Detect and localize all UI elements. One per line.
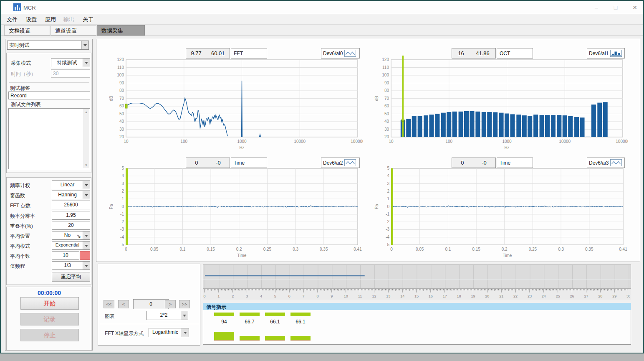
chevron-down-icon[interactable] — [81, 41, 88, 49]
signal-level-bar — [240, 313, 260, 316]
svg-text:0: 0 — [203, 294, 205, 298]
svg-text:0: 0 — [121, 204, 124, 209]
chevron-down-icon[interactable] — [83, 262, 90, 269]
menu-output: 输出 — [63, 16, 74, 23]
octave-select[interactable]: 1/3 — [52, 261, 90, 270]
nav-prev-button[interactable]: < — [118, 300, 129, 308]
nav-last-button[interactable]: >> — [179, 300, 190, 308]
svg-text:22: 22 — [513, 294, 518, 298]
overlap-input[interactable]: 20 — [52, 221, 90, 230]
svg-text:15: 15 — [414, 294, 419, 298]
svg-text:0: 0 — [125, 247, 127, 252]
svg-text:-1: -1 — [120, 212, 124, 216]
acq-mode-select[interactable]: 持续测试 — [51, 58, 90, 67]
chevron-down-icon[interactable] — [83, 231, 90, 239]
svg-text:Hz: Hz — [504, 145, 509, 150]
close-button[interactable]: ✕ — [629, 3, 641, 12]
menu-application[interactable]: 应用 — [45, 16, 56, 23]
chevron-down-icon[interactable] — [83, 191, 90, 199]
nav-next-button[interactable]: > — [165, 300, 176, 308]
svg-text:5: 5 — [121, 166, 124, 170]
svg-text:40: 40 — [119, 119, 124, 124]
fft-xaxis-select[interactable]: Logarithmic — [149, 328, 189, 337]
overlap-label: 重叠率(%) — [10, 223, 33, 230]
avg-setting-select[interactable]: No — [52, 231, 90, 240]
menu-about[interactable]: 关于 — [83, 16, 93, 23]
time1-chart: -5-4-3-2-101234500.050.10.150.20.250.30.… — [106, 163, 363, 263]
chevron-down-icon[interactable] — [181, 311, 188, 320]
fft-xaxis-label: FFT X轴显示方式 — [105, 330, 144, 337]
analysis-settings-group: 频率计权 Linear 窗函数 Hanning FFT 点数 25600 频率分… — [6, 177, 91, 285]
chevron-down-icon[interactable] — [83, 181, 90, 189]
svg-text:10: 10 — [389, 139, 394, 144]
chart-layout-select[interactable]: 2*2 — [146, 311, 188, 320]
avg-mode-select[interactable]: Exponential — [52, 241, 90, 250]
freq-weighting-label: 频率计权 — [10, 182, 30, 189]
svg-text:4: 4 — [387, 173, 389, 178]
app-logo-icon — [13, 3, 21, 11]
timeline-strip[interactable] — [203, 264, 631, 289]
chevron-down-icon[interactable] — [83, 58, 90, 67]
signal-meter-bar — [290, 336, 311, 341]
freq-resolution-input[interactable]: 1.95 — [52, 211, 90, 220]
signal-level-bar — [214, 313, 234, 316]
chevron-down-icon[interactable] — [182, 328, 189, 337]
svg-text:3: 3 — [246, 294, 248, 298]
signal-level-value: 66.7 — [240, 319, 260, 325]
svg-text:6: 6 — [288, 294, 290, 298]
window-func-select[interactable]: Hanning — [52, 191, 90, 199]
svg-text:26: 26 — [570, 294, 574, 298]
svg-text:21: 21 — [499, 294, 503, 298]
start-button[interactable]: 开始 — [20, 297, 79, 310]
avg-count-label: 平均个数 — [10, 253, 30, 260]
nav-first-button[interactable]: << — [104, 300, 114, 308]
restart-average-button[interactable]: 重启平均 — [52, 272, 90, 282]
fft-points-input[interactable]: 25600 — [52, 201, 90, 209]
svg-text:8: 8 — [316, 294, 318, 298]
svg-text:Pa: Pa — [374, 204, 379, 209]
signal-level-bar — [265, 313, 285, 316]
svg-text:100: 100 — [117, 73, 124, 77]
menu-bar: 文件 设置 应用 输出 关于 — [1, 14, 643, 25]
svg-text:13: 13 — [386, 294, 390, 298]
tab-document-settings[interactable]: 文档设置 — [4, 25, 50, 36]
svg-text:1: 1 — [387, 196, 389, 201]
svg-text:dB: dB — [109, 96, 114, 101]
test-mode-select[interactable]: 实时测试 — [7, 41, 89, 50]
chevron-down-icon[interactable] — [83, 242, 90, 249]
svg-text:0.25: 0.25 — [263, 247, 272, 252]
svg-text:50: 50 — [119, 112, 124, 116]
tab-data-acquisition[interactable]: 数据采集 — [97, 25, 145, 36]
svg-text:16: 16 — [429, 294, 433, 298]
svg-text:7: 7 — [303, 294, 305, 298]
maximize-button[interactable]: □ — [609, 3, 622, 12]
minimize-button[interactable]: – — [590, 3, 603, 12]
freq-weighting-select[interactable]: Linear — [52, 180, 90, 189]
fft-chart: 2030405060708090100110120101001000100001… — [106, 55, 363, 154]
fft-points-label: FFT 点数 — [10, 202, 30, 209]
svg-text:0.3: 0.3 — [558, 247, 564, 252]
duration-label: 时间（秒） — [11, 71, 36, 78]
svg-text:120: 120 — [117, 57, 124, 62]
svg-text:0.3: 0.3 — [293, 247, 298, 252]
svg-text:1000: 1000 — [237, 139, 247, 144]
tab-channel-settings[interactable]: 通道设置 — [51, 25, 96, 36]
scrollbar[interactable]: ▲ ▼ — [83, 109, 89, 168]
nav-index-field[interactable]: 0 — [133, 299, 169, 309]
scroll-down-icon[interactable]: ▼ — [83, 162, 89, 168]
menu-settings[interactable]: 设置 — [26, 16, 37, 23]
svg-text:70: 70 — [119, 96, 124, 101]
signal-indicator-panel: 9466.766.166.1 — [203, 310, 631, 345]
svg-text:-4: -4 — [386, 235, 389, 239]
timeline-ruler[interactable]: 0123456789101112131415161718192021222324… — [203, 289, 631, 300]
svg-text:90: 90 — [384, 81, 389, 85]
menu-file[interactable]: 文件 — [7, 16, 18, 23]
scroll-up-icon[interactable]: ▲ — [83, 109, 89, 115]
signal-level-value: 66.1 — [290, 319, 311, 325]
avg-count-input[interactable]: 10 — [52, 251, 79, 260]
svg-text:-2: -2 — [386, 219, 389, 224]
svg-text:Hz: Hz — [239, 145, 244, 150]
test-tag-input[interactable]: Record — [8, 92, 90, 99]
stop-button: 停止 — [20, 329, 79, 341]
test-file-listbox[interactable]: ▲ ▼ — [8, 108, 90, 169]
